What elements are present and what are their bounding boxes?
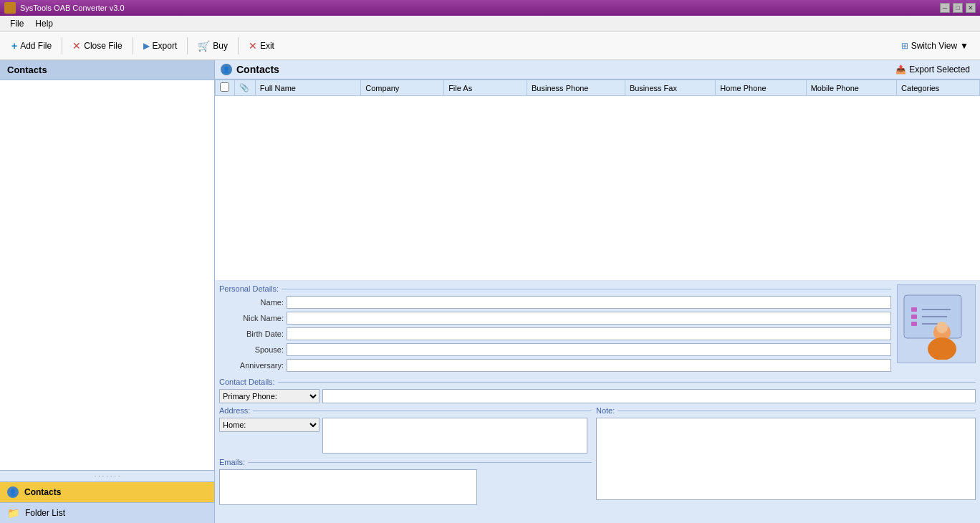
col-attachment: 📎 bbox=[235, 80, 255, 96]
contacts-nav-icon: 👤 bbox=[7, 486, 19, 498]
primary-phone-select[interactable]: Primary Phone: Mobile Phone: Home Phone:… bbox=[219, 389, 320, 403]
export-selected-icon: 📤 bbox=[895, 64, 906, 75]
nickname-input[interactable] bbox=[287, 312, 891, 325]
buy-label: Buy bbox=[213, 41, 228, 51]
sidebar-bottom: · · · · · · · 👤 Contacts 📁 Folder List bbox=[0, 470, 214, 523]
col-categories-header[interactable]: Categories bbox=[897, 80, 980, 96]
spouse-row: Spouse: bbox=[219, 343, 891, 356]
col-bizfax-header[interactable]: Business Fax bbox=[625, 80, 715, 96]
table-header-row: 📎 Full Name Company File As Business Pho… bbox=[216, 80, 980, 96]
col-mobilephone-header[interactable]: Mobile Phone bbox=[806, 80, 896, 96]
switch-view-button[interactable]: ⊞ Switch View ▼ bbox=[894, 38, 976, 54]
spouse-input[interactable] bbox=[287, 343, 891, 356]
exit-button[interactable]: ✕ Exit bbox=[241, 37, 282, 54]
sidebar-item-folder-list[interactable]: 📁 Folder List bbox=[0, 502, 214, 523]
contacts-title: 👤 Contacts bbox=[221, 64, 279, 75]
col-fileas-header[interactable]: File As bbox=[444, 80, 527, 96]
close-file-button[interactable]: ✕ Close File bbox=[65, 37, 129, 54]
contact-details-section: Contact Details: Primary Phone: Mobile P… bbox=[219, 378, 976, 403]
toolbar-left: + Add File ✕ Close File ▶ Export 🛒 Buy ✕… bbox=[4, 37, 282, 54]
personal-section-header: Personal Details: bbox=[219, 284, 891, 293]
personal-details-left: Personal Details: Name: Nick Name: Birth bbox=[219, 284, 891, 373]
right-content: 👤 Contacts 📤 Export Selected 📎 Full Name… bbox=[215, 60, 980, 523]
folder-list-icon: 📁 bbox=[7, 507, 19, 519]
sidebar: Contacts · · · · · · · 👤 Contacts 📁 Fold… bbox=[0, 60, 215, 523]
col-bizphone-header[interactable]: Business Phone bbox=[527, 80, 625, 96]
sidebar-header: Contacts bbox=[0, 60, 214, 80]
close-file-label: Close File bbox=[84, 41, 122, 51]
contacts-title-text: Contacts bbox=[236, 64, 279, 75]
note-textarea[interactable] bbox=[596, 418, 976, 500]
menu-bar: File Help bbox=[0, 16, 980, 32]
title-bar-controls: ─ □ ✕ bbox=[940, 3, 976, 13]
export-button[interactable]: ▶ Export bbox=[136, 38, 185, 54]
folder-list-label: Folder List bbox=[25, 508, 65, 518]
personal-details-grid: Personal Details: Name: Nick Name: Birth bbox=[219, 284, 976, 373]
svg-point-8 bbox=[928, 337, 956, 360]
add-file-button[interactable]: + Add File bbox=[4, 37, 59, 54]
col-homephone-header[interactable]: Home Phone bbox=[716, 80, 806, 96]
personal-form: Name: Nick Name: Birth Date: Spouse bbox=[219, 296, 891, 373]
switch-view-dropdown-icon: ▼ bbox=[960, 41, 969, 51]
address-type-select[interactable]: Home: Business: Other: bbox=[219, 418, 320, 432]
toolbar: + Add File ✕ Close File ▶ Export 🛒 Buy ✕… bbox=[0, 32, 980, 60]
address-section: Address: Home: Business: Other: Emails: bbox=[219, 406, 592, 507]
buy-icon: 🛒 bbox=[198, 40, 210, 52]
sidebar-item-contacts[interactable]: 👤 Contacts bbox=[0, 481, 214, 502]
anniversary-label: Anniversary: bbox=[219, 361, 284, 370]
toolbar-sep-1 bbox=[62, 37, 62, 54]
name-label: Name: bbox=[219, 298, 284, 307]
minimize-button[interactable]: ─ bbox=[940, 3, 950, 13]
avatar-svg bbox=[900, 288, 972, 360]
menu-help[interactable]: Help bbox=[29, 17, 59, 30]
primary-phone-input[interactable] bbox=[322, 389, 976, 403]
birthdate-row: Birth Date: bbox=[219, 327, 891, 340]
name-input[interactable] bbox=[287, 296, 891, 309]
contacts-header: 👤 Contacts 📤 Export Selected bbox=[215, 60, 980, 80]
export-selected-label: Export Selected bbox=[909, 64, 970, 75]
export-icon: ▶ bbox=[143, 41, 150, 51]
contacts-title-icon: 👤 bbox=[221, 64, 232, 75]
emails-section-wrapper: Emails: bbox=[219, 458, 592, 507]
birthdate-label: Birth Date: bbox=[219, 330, 284, 338]
close-file-icon: ✕ bbox=[72, 40, 81, 52]
contact-section-header: Contact Details: bbox=[219, 378, 976, 386]
title-bar-left: SysTools OAB Converter v3.0 bbox=[4, 2, 125, 14]
bottom-sections: Address: Home: Business: Other: Emails: bbox=[219, 406, 976, 507]
sidebar-title: Contacts bbox=[7, 64, 47, 75]
anniversary-input[interactable] bbox=[287, 359, 891, 372]
toolbar-sep-4 bbox=[238, 37, 239, 54]
svg-rect-6 bbox=[911, 322, 917, 326]
svg-point-9 bbox=[936, 322, 948, 333]
maximize-button[interactable]: □ bbox=[953, 3, 963, 13]
col-checkbox bbox=[216, 80, 235, 96]
title-bar-text: SysTools OAB Converter v3.0 bbox=[20, 4, 125, 12]
export-selected-button[interactable]: 📤 Export Selected bbox=[891, 63, 974, 76]
contacts-table-area: 📎 Full Name Company File As Business Pho… bbox=[215, 80, 980, 280]
anniversary-row: Anniversary: bbox=[219, 359, 891, 372]
svg-rect-4 bbox=[911, 307, 917, 312]
emails-textarea[interactable] bbox=[219, 469, 477, 505]
emails-section-header: Emails: bbox=[219, 458, 592, 466]
note-section-header: Note: bbox=[596, 406, 976, 415]
address-textarea[interactable] bbox=[322, 418, 587, 454]
toolbar-sep-2 bbox=[133, 37, 133, 54]
toolbar-sep-3 bbox=[187, 37, 188, 54]
address-row: Home: Business: Other: bbox=[219, 418, 592, 454]
nickname-label: Nick Name: bbox=[219, 314, 284, 322]
exit-label: Exit bbox=[260, 41, 274, 51]
sidebar-drag-handle[interactable]: · · · · · · · bbox=[0, 471, 214, 481]
svg-rect-5 bbox=[911, 315, 917, 319]
select-all-checkbox[interactable] bbox=[220, 82, 229, 92]
buy-button[interactable]: 🛒 Buy bbox=[191, 37, 235, 54]
contacts-table: 📎 Full Name Company File As Business Pho… bbox=[215, 80, 980, 96]
col-company-header[interactable]: Company bbox=[361, 80, 444, 96]
title-bar: SysTools OAB Converter v3.0 ─ □ ✕ bbox=[0, 0, 980, 16]
col-fullname-header[interactable]: Full Name bbox=[255, 80, 360, 96]
switch-view-label: Switch View bbox=[911, 41, 957, 51]
birthdate-input[interactable] bbox=[287, 327, 891, 340]
contact-avatar bbox=[897, 284, 976, 363]
menu-file[interactable]: File bbox=[4, 17, 29, 30]
window-close-button[interactable]: ✕ bbox=[966, 3, 976, 13]
primary-phone-row: Primary Phone: Mobile Phone: Home Phone:… bbox=[219, 389, 976, 403]
